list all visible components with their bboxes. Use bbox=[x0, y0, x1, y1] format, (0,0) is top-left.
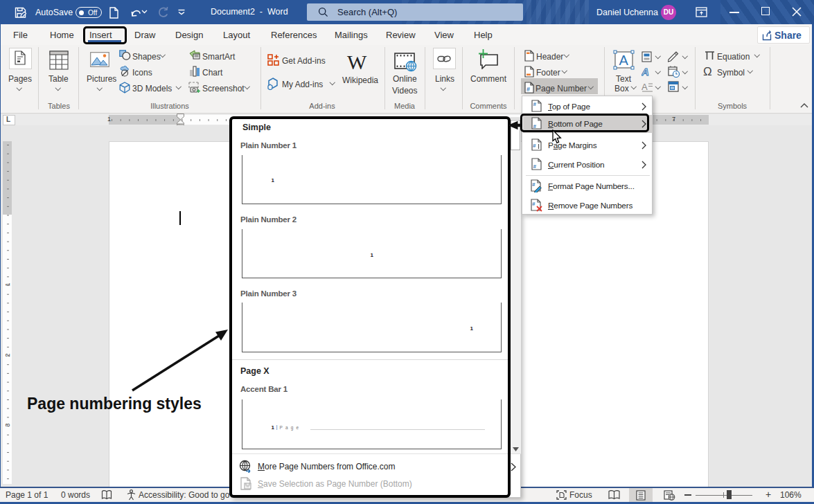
svg-text:A: A bbox=[642, 82, 648, 92]
svg-text:#: # bbox=[532, 201, 536, 207]
svg-text:#: # bbox=[533, 101, 537, 107]
svg-text:#: # bbox=[527, 86, 530, 93]
svg-text:#: # bbox=[533, 143, 536, 149]
svg-text:#: # bbox=[532, 181, 536, 188]
svg-text:A: A bbox=[619, 53, 629, 68]
svg-text:#: # bbox=[533, 163, 537, 170]
svg-text:A: A bbox=[642, 66, 649, 77]
